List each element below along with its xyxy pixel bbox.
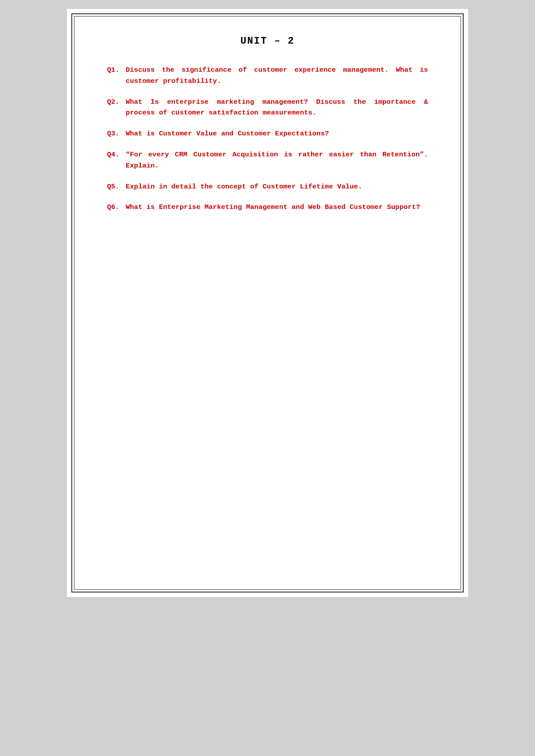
page-title: UNIT – 2 [107,36,428,47]
question-number: Q2. [107,97,126,108]
question-number: Q6. [107,202,126,213]
question-text: What Is enterprise marketing management?… [126,97,428,119]
question-item: Q1.Discuss the significance of customer … [107,65,428,87]
question-number: Q1. [107,65,126,76]
page-content: UNIT – 2 Q1.Discuss the significance of … [71,13,464,593]
question-text: What is Customer Value and Customer Expe… [126,128,428,139]
page: UNIT – 2 Q1.Discuss the significance of … [67,9,468,597]
question-item: Q3.What is Customer Value and Customer E… [107,128,428,139]
question-item: Q6.What is Enterprise Marketing Manageme… [107,202,428,213]
question-item: Q2.What Is enterprise marketing manageme… [107,97,428,119]
question-item: Q4.“For every CRM Customer Acquisition i… [107,149,428,172]
question-list: Q1.Discuss the significance of customer … [107,65,428,213]
question-number: Q4. [107,149,126,160]
question-text: Discuss the significance of customer exp… [126,65,428,87]
question-item: Q5.Explain in detail the concept of Cust… [107,181,428,192]
question-text: Explain in detail the concept of Custome… [126,181,428,192]
question-number: Q3. [107,128,126,139]
question-number: Q5. [107,181,126,192]
question-text: “For every CRM Customer Acquisition is r… [126,149,428,172]
question-text: What is Enterprise Marketing Management … [126,202,428,213]
